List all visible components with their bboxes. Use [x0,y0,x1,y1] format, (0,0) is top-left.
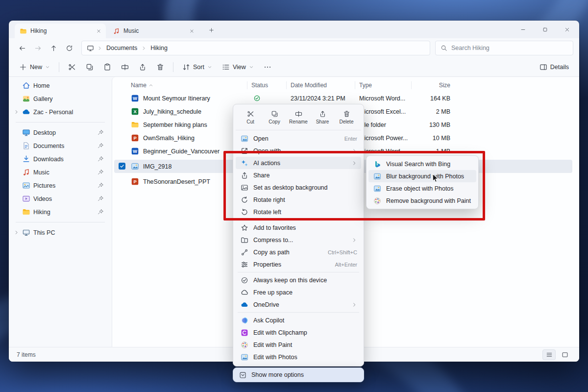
context-menu-item[interactable]: Edit with Clipchamp [236,326,361,339]
sidebar-item[interactable]: Hiking [12,205,109,219]
rename-button[interactable] [117,60,133,74]
sidebar-item[interactable]: Music [12,166,109,179]
context-menu-item[interactable]: Share [236,169,361,181]
submenu-item[interactable]: Erase object with Photos [368,182,476,195]
sidebar-item[interactable]: Documents [12,139,109,152]
cut-button[interactable] [64,60,80,74]
share-icon [139,63,147,71]
context-menu-item[interactable]: Edit with Paint [236,339,361,351]
breadcrumb-segment[interactable]: Hiking [147,44,171,52]
column-header[interactable]: Name [114,79,247,92]
minimize-button[interactable] [512,21,534,38]
search-input[interactable]: Search Hiking [435,41,573,55]
forward-button[interactable] [30,41,45,55]
quick-action-button[interactable]: Cut [240,107,261,127]
context-menu-item[interactable]: Add to favorites [236,221,361,234]
sidebar-item[interactable]: This PC [12,226,109,239]
column-header[interactable]: Type [355,79,412,92]
new-button[interactable]: New [15,60,54,74]
breadcrumb[interactable]: Documents Hiking [81,41,430,55]
thumbnail-view-button[interactable] [558,349,571,360]
sidebar-item[interactable]: Pictures [12,179,109,192]
trash-icon [343,110,350,118]
submenu-item[interactable]: Blur background with Photos [368,170,476,182]
submenu-chevron-icon [351,160,357,166]
window-controls [512,21,578,38]
paste-button[interactable] [99,60,116,74]
quick-action-button[interactable]: Copy [264,107,285,127]
context-menu-item[interactable]: Open Enter [236,132,361,145]
breadcrumb-segment[interactable]: Documents [103,44,140,52]
details-view-button[interactable] [542,349,556,360]
desktop-icon [22,128,30,137]
quick-action-button[interactable]: Share [312,107,333,127]
share-button[interactable] [134,60,151,74]
back-button[interactable] [15,41,29,55]
view-button[interactable]: View [218,60,258,74]
context-menu-item[interactable]: Compress to... [236,234,361,246]
up-button[interactable] [46,41,61,55]
excel-icon: X [131,107,139,116]
back-icon [18,44,26,52]
context-menu-item[interactable]: Properties Alt+Enter [236,258,361,270]
context-menu-item[interactable]: Open with [236,145,361,157]
sidebar-separator [16,222,105,222]
this-pc-icon [22,228,30,237]
context-menu-item[interactable]: Free up space [236,286,361,298]
file-name: OwnSmalls_Hiking [143,135,195,142]
context-menu-item[interactable]: Rotate right [236,194,361,206]
more-options-button[interactable] [259,60,276,74]
tab-bar: Hiking Music [9,21,579,38]
context-menu-item[interactable]: Edit with Photos [236,351,361,363]
checkbox[interactable] [119,163,125,170]
context-menu-item[interactable]: AI actions [236,157,361,169]
copy-button[interactable] [81,60,98,74]
sparkle-ai-icon [241,159,248,167]
quick-action-button[interactable]: Delete [336,107,357,127]
pin-icon [98,156,104,162]
delete-button[interactable] [152,60,169,74]
context-menu-item[interactable]: OneDrive [236,298,361,311]
search-icon [441,45,447,51]
minimize-icon [519,25,527,33]
file-name: TheSonoranDesert_PPT [143,178,210,185]
refresh-button[interactable] [62,41,76,55]
maximize-button[interactable] [534,21,556,38]
file-size: 2 MB [412,108,453,115]
sidebar-item[interactable]: Home [12,79,109,92]
show-more-options-button[interactable]: Show more options [233,368,364,382]
submenu-item[interactable]: Visual Search with Bing [368,158,476,170]
sidebar-item[interactable]: Downloads [12,152,109,166]
submenu-item[interactable]: Remove background with Paint [368,195,476,207]
location-icon [87,45,94,52]
tab-close-icon[interactable] [94,26,103,35]
explorer-tab[interactable]: Hiking [15,24,106,38]
column-header[interactable]: Date Modified [287,79,355,92]
sidebar-item[interactable]: Zac - Personal [12,105,109,119]
explorer-tab[interactable]: Music [108,24,199,38]
sidebar-item[interactable]: Videos [12,192,109,205]
sort-button[interactable]: Sort [178,60,217,74]
context-menu-item[interactable]: Set as desktop background [236,181,361,194]
context-menu-item[interactable]: Rotate left [236,206,361,218]
context-menu-item[interactable]: Always keep on this device [236,274,361,286]
pin-icon [98,169,104,175]
sidebar-item[interactable]: Desktop [12,126,109,139]
chevron-right-icon [14,230,19,235]
sidebar-item[interactable]: Gallery [12,92,109,105]
file-row[interactable]: W Mount Seymour Itinerary 23/11/2024 3:2… [114,92,572,105]
column-header[interactable]: Size [412,79,453,92]
details-pane-button[interactable]: Details [535,60,573,74]
shortcut-hint: Ctrl+Shift+C [328,249,357,255]
column-header[interactable]: Status [247,79,287,92]
plus-icon [19,63,27,71]
downloads-icon [22,155,30,163]
context-menu-item[interactable]: Copy as path Ctrl+Shift+C [236,246,361,258]
context-menu-item[interactable]: Ask Copilot [236,314,361,326]
onedrive-icon [22,108,30,116]
tab-close-icon[interactable] [187,26,196,35]
close-button[interactable] [556,21,578,38]
chevron-right-icon [97,46,102,51]
quick-action-button[interactable]: Rename [288,107,309,127]
new-tab-button[interactable] [205,24,218,36]
